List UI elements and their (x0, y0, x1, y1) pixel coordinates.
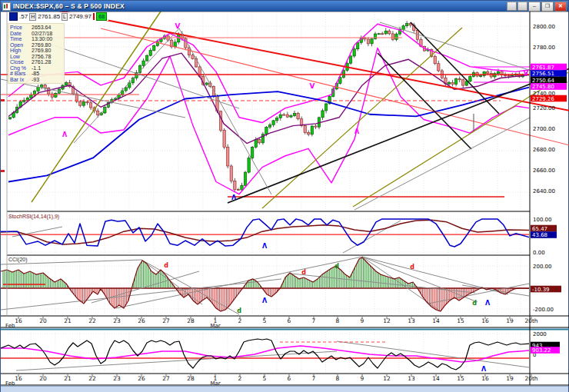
svg-text:2660.00: 2660.00 (533, 168, 555, 174)
gridlines (8, 12, 529, 373)
svg-text:0.00: 0.00 (533, 250, 545, 256)
data-row: # Bars-85 (10, 71, 62, 77)
svg-text:12: 12 (383, 375, 391, 382)
svg-text:d: d (334, 263, 339, 270)
svg-text:V: V (524, 69, 529, 77)
svg-text:16: 16 (15, 317, 22, 324)
svg-text:16: 16 (15, 375, 22, 382)
svg-text:Λ: Λ (262, 297, 268, 304)
red-tick-icon (93, 13, 95, 20)
window-title: INDEX:$SPX,60 – S & P 500 INDEX (13, 2, 125, 10)
data-row: Chg %-1.1 (10, 65, 62, 71)
data-row: Bar Ix-93 (10, 77, 62, 83)
svg-text:V: V (310, 82, 315, 90)
svg-text:Λ: Λ (481, 366, 487, 373)
svg-text:21: 21 (64, 317, 72, 324)
svg-text:8: 8 (336, 317, 340, 324)
svg-text:2761.87: 2761.87 (532, 65, 554, 71)
svg-text:Λ: Λ (354, 128, 360, 135)
svg-text:2000: 2000 (533, 331, 547, 337)
bar-count-badge: 68 (96, 12, 107, 21)
svg-text:14: 14 (432, 375, 440, 382)
svg-text:Λ: Λ (485, 300, 491, 307)
svg-text:15: 15 (457, 317, 464, 324)
svg-text:7: 7 (312, 317, 316, 324)
toolbar-button[interactable] (517, 2, 527, 11)
svg-text:22: 22 (88, 375, 96, 382)
svg-text:Λ: Λ (262, 243, 268, 250)
ohlc-open-fragment: .57 (19, 13, 28, 20)
cci-label: CCI(20) (8, 257, 28, 262)
svg-text:22: 22 (88, 317, 96, 324)
data-row: Open2769.80 (10, 42, 62, 48)
svg-text:6: 6 (288, 375, 291, 382)
data-row: High2769.80 (10, 48, 62, 54)
svg-text:8: 8 (336, 375, 340, 382)
svg-text:27: 27 (162, 317, 170, 324)
svg-text:2720.00: 2720.00 (533, 105, 555, 111)
quote-data-panel: Price2653.64Date02/27/18Time13:30:00Open… (8, 23, 65, 84)
svg-text:d: d (472, 300, 477, 307)
data-row: Time13:30:00 (10, 36, 62, 42)
ohlc-bar: .57 H 2761.85 L 2749.97 68 (8, 12, 108, 21)
data-row: Date02/27/18 (10, 31, 62, 37)
svg-text:2680.00: 2680.00 (533, 147, 555, 153)
svg-text:14: 14 (432, 317, 440, 324)
svg-text:20th: 20th (524, 375, 537, 382)
close-button[interactable]: ✕ (554, 2, 567, 12)
svg-text:-10.39: -10.39 (532, 287, 550, 293)
svg-text:903.22: 903.22 (532, 347, 551, 354)
chart-canvas[interactable]: VVVΛΛΛΛdddΛdddΛΛ2800.002780.002740.00272… (1, 1, 569, 392)
price-axis: 2800.002780.002740.002720.002700.002680.… (531, 24, 567, 358)
svg-text:26: 26 (138, 375, 145, 382)
svg-text:12: 12 (383, 317, 391, 324)
stoch-rsi-label: StochRSI(14,14(1),9) (8, 214, 59, 219)
svg-text:13: 13 (408, 317, 415, 324)
app-window: VVVΛΛΛΛdddΛdddΛΛ2800.002780.002740.00272… (0, 0, 569, 392)
svg-text:19: 19 (506, 375, 514, 382)
svg-text:d: d (410, 264, 414, 271)
svg-text:2780.00: 2780.00 (533, 45, 555, 51)
svg-text:28: 28 (187, 375, 195, 382)
svg-text:20th: 20th (524, 317, 537, 324)
maximize-button[interactable]: ❐ (541, 2, 554, 12)
data-row: Price2653.64 (10, 25, 62, 31)
data-row: Low2756.78 (10, 54, 62, 60)
svg-text:19: 19 (506, 317, 514, 324)
high-label: H (29, 13, 36, 21)
svg-text:5: 5 (263, 317, 267, 324)
data-row: Close2761.28 (10, 59, 62, 65)
svg-text:6: 6 (288, 317, 291, 324)
svg-text:Λ: Λ (231, 194, 237, 201)
svg-text:20: 20 (39, 317, 47, 324)
svg-text:43.68: 43.68 (532, 232, 547, 238)
svg-text:26: 26 (138, 317, 145, 324)
svg-text:2700.00: 2700.00 (533, 126, 555, 132)
svg-text:V: V (175, 22, 181, 30)
svg-text:9: 9 (361, 317, 364, 324)
toolbar-button[interactable] (507, 2, 517, 11)
title-bar[interactable]: INDEX:$SPX,60 – S & P 500 INDEX – ❐ ✕ (1, 1, 568, 12)
svg-text:2750.64: 2750.64 (532, 78, 554, 84)
svg-text:15: 15 (457, 375, 464, 382)
minimize-button[interactable]: – (528, 2, 541, 12)
svg-text:-200.00: -200.00 (533, 307, 554, 313)
high-value: 2761.85 (38, 13, 60, 20)
svg-text:65.47: 65.47 (532, 226, 547, 232)
svg-text:200.00: 200.00 (533, 264, 552, 270)
svg-text:2800.00: 2800.00 (533, 24, 555, 30)
svg-text:2640.00: 2640.00 (533, 188, 555, 194)
low-label: L (62, 13, 68, 21)
svg-text:100.00: 100.00 (533, 217, 552, 223)
svg-text:2745.80: 2745.80 (532, 84, 554, 90)
svg-text:27: 27 (162, 375, 170, 382)
svg-text:d: d (164, 262, 168, 269)
ohlc-open-box (9, 12, 18, 21)
svg-text:2756.51: 2756.51 (532, 71, 554, 77)
svg-text:23: 23 (113, 317, 121, 324)
svg-text:2729.26: 2729.26 (532, 96, 554, 102)
svg-text:16: 16 (481, 317, 489, 324)
svg-text:Λ: Λ (62, 131, 68, 138)
svg-text:28: 28 (187, 317, 195, 324)
svg-text:2: 2 (238, 317, 242, 324)
